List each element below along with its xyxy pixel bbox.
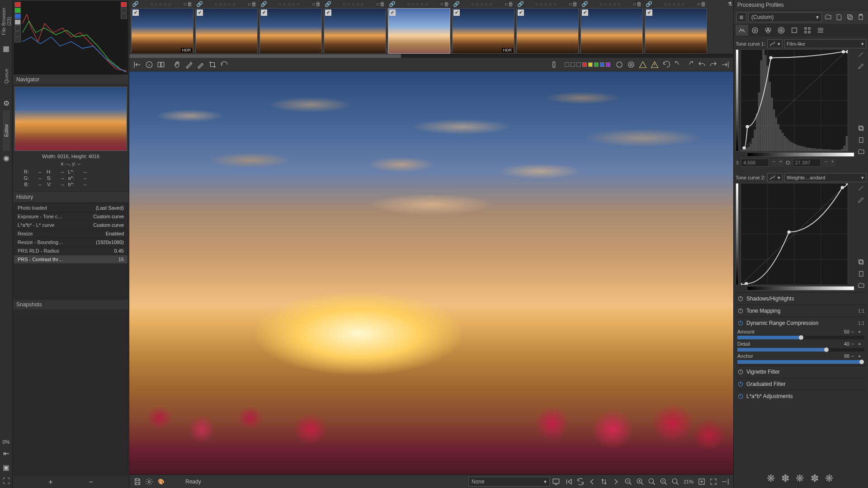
tab-metadata[interactable] — [814, 25, 827, 36]
curve2-load-button[interactable] — [856, 281, 866, 291]
profile-select[interactable]: (Custom) ▾ — [748, 12, 822, 22]
vignette-header[interactable]: Vignette Filter — [736, 367, 865, 377]
hist-toggle-luma[interactable] — [14, 19, 21, 25]
filmstrip-thumb[interactable]: 🔗 ☆☆☆☆☆ ○ 🗑 ✔ — [388, 0, 450, 54]
profile-save-icon[interactable] — [835, 13, 844, 22]
curve2-mode-select[interactable]: ▾ — [767, 173, 783, 182]
redo-button[interactable] — [708, 59, 719, 70]
hist-mode-2[interactable] — [121, 14, 127, 19]
link-icon[interactable]: 🔗 — [646, 1, 652, 7]
indicator-toggle[interactable] — [550, 59, 561, 70]
save-button[interactable] — [132, 476, 143, 487]
trash-icon[interactable]: 🗑 — [316, 1, 321, 7]
wb-picker-button[interactable] — [184, 59, 194, 70]
zoom-crop-button[interactable] — [670, 476, 681, 487]
color-label-blue[interactable] — [600, 62, 604, 67]
curve1-picker-button[interactable] — [856, 49, 866, 59]
rotate-90r-button[interactable] — [684, 59, 695, 70]
filmstrip-thumb[interactable]: 🔗 ☆☆☆☆☆ ○ 🗑 ✔ HDR — [452, 0, 514, 54]
circle-icon[interactable]: ○ — [312, 1, 315, 7]
trash-icon[interactable]: 🗑 — [380, 1, 385, 7]
tab-color[interactable] — [762, 25, 774, 36]
trash-icon[interactable]: 🗑 — [701, 1, 706, 7]
snapshot-add-button[interactable]: + — [48, 478, 52, 486]
hist-toggle-bar[interactable] — [14, 37, 21, 42]
circle-icon[interactable]: ○ — [376, 1, 379, 7]
sharpen-preview-button[interactable] — [626, 59, 637, 70]
zoom-in-button[interactable] — [635, 476, 646, 487]
hist-toggle-blue[interactable] — [14, 14, 21, 19]
profile-paste-icon[interactable] — [856, 13, 865, 22]
power-icon[interactable] — [737, 308, 744, 314]
star-rating[interactable]: ☆☆☆☆☆ — [653, 2, 697, 7]
info-button[interactable] — [144, 59, 155, 70]
snapshots-list[interactable] — [14, 311, 128, 475]
trash-icon[interactable]: 🗑 — [572, 1, 578, 7]
background-select[interactable]: None ▾ — [468, 477, 550, 487]
star-rating[interactable]: ☆☆☆☆☆ — [268, 2, 311, 7]
curve1-type-select[interactable]: Film-like▾ — [784, 39, 866, 48]
star-rating[interactable]: ☆☆☆☆☆ — [139, 2, 183, 7]
power-icon[interactable] — [737, 320, 744, 326]
trash-icon[interactable]: 🗑 — [637, 1, 642, 7]
curve1-paste-button[interactable] — [856, 135, 866, 145]
toggle-right-panel-button[interactable] — [720, 59, 731, 70]
file-browser-icon[interactable]: ▦ — [3, 42, 9, 56]
circle-icon[interactable]: ○ — [184, 1, 187, 7]
filmstrip-thumb[interactable]: 🔗 ☆☆☆☆☆ ○ 🗑 ✔ HDR — [131, 0, 193, 54]
queue-gear-icon[interactable]: ⚙ — [3, 96, 9, 110]
hist-toggle-chroma[interactable] — [14, 25, 21, 31]
tab-exposure[interactable] — [736, 25, 748, 36]
color-label-green[interactable] — [594, 62, 599, 67]
curve2-canvas[interactable] — [741, 183, 848, 285]
circle-icon[interactable]: ○ — [697, 1, 700, 7]
snapshot-remove-button[interactable]: − — [89, 478, 93, 486]
param-minus[interactable]: − — [851, 341, 858, 347]
star-rating[interactable]: ☆☆☆☆☆ — [460, 2, 504, 7]
link-icon[interactable]: 🔗 — [325, 1, 331, 7]
navigator-thumbnail[interactable] — [14, 87, 127, 151]
shadows-highlights-header[interactable]: Shadows/Highlights — [736, 294, 865, 304]
param-slider[interactable] — [737, 360, 864, 364]
link-icon[interactable]: 🔗 — [581, 1, 588, 7]
star-rating[interactable]: ☆☆☆☆☆ — [589, 2, 632, 7]
nav-sync-button[interactable] — [575, 476, 586, 487]
rotate-90l-button[interactable] — [673, 59, 684, 70]
hand-tool-button[interactable] — [172, 59, 183, 70]
toggle-right-panel-button-2[interactable] — [720, 476, 731, 487]
param-minus[interactable]: − — [851, 353, 858, 359]
tone-mapping-header[interactable]: Tone Mapping 1:1 — [736, 306, 865, 316]
star-rating[interactable]: ☆☆☆☆☆ — [203, 2, 247, 7]
curve1-mode-select[interactable]: ▾ — [767, 39, 783, 48]
curve2-edit-button[interactable] — [856, 195, 866, 205]
color-label-purple[interactable] — [606, 62, 610, 67]
tab-file-browser[interactable]: File Browser (23) — [0, 1, 13, 42]
fullscreen-toggle-button[interactable] — [708, 476, 719, 487]
param-plus[interactable]: + — [858, 329, 864, 334]
circle-icon[interactable]: ○ — [569, 1, 572, 7]
trash-icon[interactable]: 🗑 — [251, 1, 257, 7]
rotate-left-button[interactable] — [661, 59, 672, 70]
fullscreen-icon[interactable]: ⛶ — [3, 474, 10, 488]
lab-header[interactable]: L*a*b* Adjustments — [736, 391, 865, 401]
nav-next-button[interactable] — [610, 476, 621, 487]
color-label-red[interactable] — [582, 62, 587, 67]
profile-mode-button[interactable]: ≣ — [736, 12, 746, 22]
profile-load-icon[interactable] — [824, 13, 833, 22]
color-label-yellow[interactable] — [588, 62, 593, 67]
star-rating[interactable]: ☆☆☆☆☆ — [332, 2, 376, 7]
tab-raw[interactable] — [801, 25, 814, 36]
power-icon[interactable] — [737, 381, 744, 387]
curve1-i-input[interactable] — [741, 159, 769, 167]
curve2-picker-button[interactable] — [856, 183, 866, 193]
power-icon[interactable] — [737, 296, 744, 302]
drc-header[interactable]: Dynamic Range Compression 1:1 — [736, 318, 865, 328]
link-icon[interactable]: 🔗 — [260, 1, 267, 7]
toggle-left-panel-icon[interactable]: ⇤ — [3, 446, 9, 460]
filmstrip-thumb[interactable]: 🔗 ☆☆☆☆☆ ○ 🗑 ✔ — [195, 0, 258, 54]
hist-toggle-red[interactable] — [14, 2, 21, 7]
curve1-o-minus[interactable]: − — [823, 159, 829, 167]
circle-icon[interactable]: ○ — [248, 1, 251, 7]
nav-updown-button[interactable] — [599, 476, 609, 487]
curve1-load-button[interactable] — [856, 147, 866, 157]
